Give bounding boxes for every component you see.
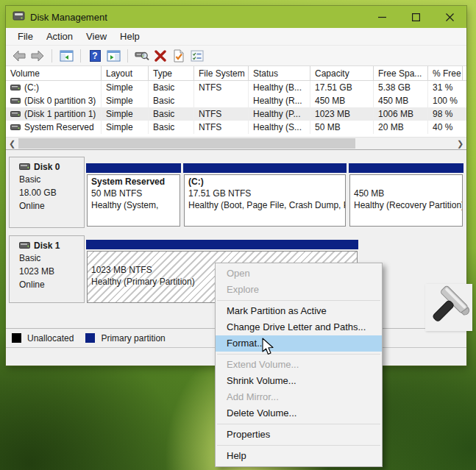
disk-drive-icon (13, 11, 25, 23)
cell-status: Healthy (R... (249, 94, 310, 107)
cell-layout: Simple (102, 81, 149, 94)
toolbar-separator (51, 49, 52, 63)
primary-partition-band (86, 240, 358, 249)
cell-free: 20 MB (374, 121, 428, 134)
desktop-background: Disk Management File Action View Help (0, 0, 476, 470)
menu-item-open[interactable]: Open (216, 266, 382, 282)
primary-partition-band (183, 163, 347, 173)
minimize-button[interactable] (365, 6, 399, 28)
column-header-pct-free[interactable]: % Free (428, 66, 463, 80)
disk-name: Disk 0 (34, 162, 60, 172)
partition-c-drive[interactable]: (C:) 17.51 GB NTFS Healthy (Boot, Page F… (183, 163, 347, 227)
partition-system-reserved[interactable]: System Reserved 50 MB NTFS Healthy (Syst… (86, 163, 181, 227)
cell-status: Healthy (P... (249, 107, 310, 121)
menu-view[interactable]: View (79, 28, 113, 45)
menu-separator (217, 445, 380, 446)
table-row[interactable]: System Reserved Simple Basic NTFS Health… (6, 121, 466, 134)
primary-partition-band (86, 163, 181, 173)
cell-type: Basic (149, 94, 194, 107)
disk-icon (19, 241, 30, 251)
disk1-info-panel[interactable]: Disk 1 Basic 1023 MB Online (9, 235, 85, 303)
cell-free: 1006 MB (374, 107, 428, 121)
disk-size: 18.00 GB (19, 186, 81, 199)
column-header-volume[interactable]: Volume (6, 66, 102, 80)
cell-capacity: 450 MB (310, 94, 374, 107)
delete-icon[interactable] (153, 49, 168, 63)
toolbar: ? (6, 46, 466, 66)
menu-item-mark-partition-active[interactable]: Mark Partition as Active (216, 303, 382, 319)
scroll-left-arrow[interactable]: ❮ (6, 138, 18, 149)
column-header-capacity[interactable]: Capacity (310, 66, 374, 80)
cell-fs (194, 94, 249, 107)
cell-layout: Simple (102, 121, 149, 134)
menu-item-properties[interactable]: Properties (216, 427, 382, 443)
volume-name: (C:) (24, 82, 39, 93)
cell-pct: 100 % (428, 94, 463, 107)
back-icon[interactable] (12, 49, 26, 63)
checklist-icon[interactable] (190, 49, 205, 63)
disk-size: 1023 MB (19, 265, 81, 278)
disk-status: Online (19, 199, 81, 213)
menu-item-delete-volume[interactable]: Delete Volume... (216, 405, 382, 421)
cell-capacity: 17.51 GB (310, 81, 374, 94)
unallocated-swatch (12, 333, 21, 343)
disk-kind: Basic (19, 252, 81, 265)
menu-item-shrink-volume[interactable]: Shrink Volume... (216, 373, 382, 389)
volume-name: (Disk 0 partition 3) (24, 96, 96, 106)
context-menu: Open Explore Mark Partition as Active Ch… (215, 263, 383, 467)
menu-separator (217, 354, 380, 355)
volume-list-header: Volume Layout Type File System Status Ca… (6, 66, 466, 81)
console-tree-icon[interactable] (59, 49, 74, 63)
window-title: Disk Management (30, 12, 365, 23)
legend-label: Primary partition (101, 333, 165, 343)
volume-icon (10, 96, 21, 106)
volume-icon (10, 122, 21, 132)
maximize-button[interactable] (399, 6, 433, 28)
properties-icon[interactable] (171, 49, 186, 63)
cell-pct: 40 % (428, 121, 463, 134)
column-header-free-space[interactable]: Free Spa... (374, 66, 428, 80)
cell-type: Basic (149, 107, 194, 121)
forward-icon[interactable] (30, 49, 45, 63)
column-header-status[interactable]: Status (249, 66, 310, 80)
menu-item-change-drive-letter[interactable]: Change Drive Letter and Paths... (216, 319, 382, 335)
menu-item-add-mirror[interactable]: Add Mirror... (216, 389, 382, 405)
close-button[interactable] (433, 6, 466, 28)
help-icon[interactable]: ? (88, 49, 102, 63)
cell-capacity: 1023 MB (310, 107, 374, 121)
column-header-layout[interactable]: Layout (102, 66, 149, 80)
titlebar[interactable]: Disk Management (6, 6, 466, 28)
menu-item-extend-volume[interactable]: Extend Volume... (216, 357, 382, 373)
volume-name: (Disk 1 partition 1) (24, 109, 96, 119)
partition-size: 50 MB NTFS (91, 188, 176, 199)
cell-free: 450 MB (374, 94, 428, 107)
menu-separator (217, 300, 380, 301)
column-header-type[interactable]: Type (149, 66, 194, 80)
partition-recovery[interactable]: 450 MB Healthy (Recovery Partition) (349, 163, 463, 227)
scrollbar-thumb[interactable] (18, 138, 355, 149)
cell-fs: NTFS (194, 121, 249, 134)
table-row-selected[interactable]: (Disk 1 partition 1) Simple Basic NTFS H… (6, 107, 466, 121)
rescan-disks-icon[interactable] (135, 49, 149, 63)
volume-icon (10, 109, 21, 119)
menu-item-help[interactable]: Help (216, 448, 382, 464)
menu-item-explore[interactable]: Explore (216, 282, 382, 298)
disk0-info-panel[interactable]: Disk 0 Basic 18.00 GB Online (9, 157, 85, 228)
scroll-right-arrow[interactable]: ❯ (454, 138, 466, 149)
toolbar-separator (127, 49, 128, 63)
menu-file[interactable]: File (11, 28, 40, 45)
menu-help[interactable]: Help (113, 28, 146, 45)
menu-item-format[interactable]: Format... (216, 335, 382, 352)
hammer-icon (425, 284, 472, 331)
menu-action[interactable]: Action (40, 28, 79, 45)
column-header-file-system[interactable]: File System (194, 66, 249, 80)
cell-pct: 98 % (428, 107, 463, 121)
legend-primary-partition: Primary partition (85, 333, 165, 343)
table-row[interactable]: (Disk 0 partition 3) Simple Basic Health… (6, 94, 466, 107)
horizontal-scrollbar[interactable]: ❮ ❯ (6, 137, 466, 149)
action-pane-icon[interactable] (106, 49, 121, 63)
disk-kind: Basic (19, 173, 81, 186)
table-row[interactable]: (C:) Simple Basic NTFS Healthy (B... 17.… (6, 81, 466, 94)
partition-size: 450 MB (354, 188, 458, 199)
partition-title: System Reserved (91, 176, 176, 188)
